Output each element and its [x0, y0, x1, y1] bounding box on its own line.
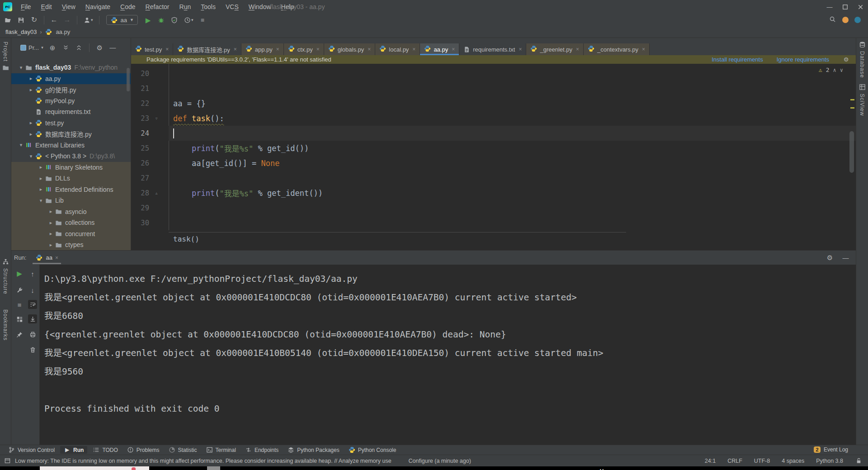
tree-item-g的使用.py[interactable]: ▸g的使用.py	[11, 84, 131, 95]
code-line-20[interactable]: 20	[131, 66, 856, 81]
code-line-29[interactable]: 29	[131, 200, 856, 215]
locate-button[interactable]: ⊕	[49, 44, 57, 52]
debug-button[interactable]	[157, 16, 165, 24]
update-notification-icon[interactable]	[842, 17, 849, 23]
warning-stripe-mark[interactable]	[850, 99, 854, 100]
tool-window-button-terminal[interactable]: Terminal	[203, 446, 240, 454]
breadcrumb-project[interactable]: flask_day03	[5, 28, 37, 35]
tool-window-button-problems[interactable]: Problems	[123, 446, 163, 454]
open-button[interactable]	[4, 16, 12, 24]
tree-item-requirements.txt[interactable]: requirements.txt	[11, 106, 131, 118]
close-icon[interactable]: ×	[368, 46, 371, 52]
up-stack-trace-button[interactable]: ↑	[28, 269, 37, 278]
fold-close-icon[interactable]: ▵	[149, 190, 164, 196]
menu-edit[interactable]: Edit	[36, 0, 57, 14]
modify-run-config-button[interactable]	[15, 285, 24, 294]
run-settings-icon[interactable]: ⚙	[826, 254, 834, 261]
menu-file[interactable]: File	[16, 0, 36, 14]
tree-item-数据库连接池.py[interactable]: ▸数据库连接池.py	[11, 128, 131, 140]
close-icon[interactable]: ×	[412, 46, 415, 52]
code-line-21[interactable]: 21	[131, 81, 856, 96]
expand-all-button[interactable]	[62, 44, 70, 52]
close-icon[interactable]: ×	[519, 46, 522, 52]
search-everywhere-button[interactable]	[829, 15, 836, 24]
next-warning-icon[interactable]: ∨	[840, 67, 843, 73]
hide-panel-button[interactable]: —	[109, 44, 117, 52]
tree-item-< Python 3.8 >[interactable]: ▾< Python 3.8 >D:\py3.8\	[11, 151, 131, 162]
code-line-26[interactable]: 26 aa[get_id()] = None	[131, 156, 856, 171]
project-scrollbar[interactable]	[127, 68, 130, 91]
configure-link[interactable]: Configure (a minute ago)	[409, 458, 471, 464]
stop-process-button[interactable]: ■	[15, 300, 24, 309]
close-icon[interactable]: ×	[234, 46, 237, 52]
down-stack-trace-button[interactable]: ↓	[28, 285, 37, 294]
indent-indicator[interactable]: 4 spaces	[782, 458, 804, 464]
collapse-all-button[interactable]	[75, 44, 83, 52]
ignore-requirements-link[interactable]: Ignore requirements	[777, 56, 829, 63]
tree-item-test.py[interactable]: ▸test.py	[11, 118, 131, 129]
tool-window-button-todo[interactable]: TODO	[89, 446, 121, 454]
rerun-button[interactable]: ▶	[15, 269, 24, 278]
tool-button-database[interactable]: Database	[856, 41, 868, 78]
maximize-button[interactable]	[837, 0, 853, 14]
breadcrumb-file[interactable]: aa.py	[56, 28, 70, 35]
tool-button-project[interactable]: Project	[0, 42, 11, 71]
code-line-23[interactable]: 23▿def task():	[131, 111, 856, 126]
toolwindow-toggle-icon[interactable]	[4, 457, 11, 465]
tree-item-ctypes[interactable]: ▸ctypes	[11, 239, 131, 250]
tree-item-collections[interactable]: ▸collections	[11, 217, 131, 228]
install-requirements-link[interactable]: Install requirements	[712, 56, 763, 63]
previous-warning-icon[interactable]: ∧	[833, 67, 836, 73]
tool-window-button-statistic[interactable]: Statistic	[165, 446, 201, 454]
menu-tools[interactable]: Tools	[196, 0, 221, 14]
sync-button[interactable]: ↻	[30, 16, 38, 24]
event-log-button[interactable]: 2 Event Log	[814, 445, 848, 455]
chevron-right-icon[interactable]: ▸	[27, 120, 35, 126]
tree-item-External Libraries[interactable]: ▾External Libraries	[11, 140, 131, 151]
close-icon[interactable]: ×	[165, 46, 169, 52]
tree-item-flask_day03[interactable]: ▾flask_day03F:\venv_python	[11, 62, 131, 73]
chevron-right-icon[interactable]: ▸	[47, 209, 55, 214]
editor-tab-_contextvars.py[interactable]: _contextvars.py×	[584, 43, 650, 55]
chevron-right-icon[interactable]: ▸	[27, 87, 35, 93]
tree-item-concurrent[interactable]: ▸concurrent	[11, 228, 131, 240]
code-line-30[interactable]: 30	[131, 215, 856, 230]
menu-code[interactable]: Code	[115, 0, 140, 14]
tool-button-sciview[interactable]: SciView	[856, 83, 868, 116]
tool-button-bookmarks[interactable]: Bookmarks	[0, 309, 11, 341]
editor-tab-app.py[interactable]: app.py×	[241, 43, 284, 55]
editor-tab-数据库连接池.py[interactable]: 数据库连接池.py×	[173, 43, 241, 55]
tree-item-myPool.py[interactable]: myPool.py	[11, 95, 131, 107]
run-console-output[interactable]: D:\py3.8\python.exe F:/venv_pythonProjec…	[40, 265, 856, 445]
tree-item-Extended Definitions[interactable]: ▸Extended Definitions	[11, 184, 131, 195]
editor-tab-local.py[interactable]: local.py×	[375, 43, 420, 55]
chevron-right-icon[interactable]: ▸	[47, 231, 55, 237]
pin-tab-button[interactable]	[15, 330, 24, 339]
profiler-button[interactable]: ▾	[184, 16, 193, 24]
code-line-27[interactable]: 27	[131, 171, 856, 185]
code-editor[interactable]: 202122aa = {}23▿def task():2425 print("我…	[131, 64, 856, 250]
tool-window-button-python-packages[interactable]: Python Packages	[284, 446, 343, 454]
menu-vcs[interactable]: VCS	[221, 0, 244, 14]
tree-item-Binary Skeletons[interactable]: ▸Binary Skeletons	[11, 162, 131, 173]
line-ending-indicator[interactable]: CRLF	[727, 458, 742, 464]
code-line-25[interactable]: 25 print("我是%s" % get_id())	[131, 141, 856, 156]
save-button[interactable]	[17, 16, 25, 24]
run-tab[interactable]: aa ×	[31, 251, 62, 265]
scroll-to-end-button[interactable]	[28, 314, 37, 323]
code-with-me-button[interactable]: ▾	[83, 16, 93, 24]
soft-wrap-button[interactable]	[28, 300, 37, 309]
chevron-right-icon[interactable]: ▸	[37, 186, 45, 192]
chevron-down-icon[interactable]: ▾	[17, 65, 25, 71]
encoding-indicator[interactable]: UTF-8	[754, 458, 770, 464]
chevron-down-icon[interactable]: ▾	[17, 142, 25, 148]
project-view-select[interactable]: Pr... ▾	[20, 44, 43, 51]
tool-window-button-version-control[interactable]: Version Control	[5, 446, 58, 454]
menu-view[interactable]: View	[57, 0, 80, 14]
tree-item-Lib[interactable]: ▾Lib	[11, 195, 131, 206]
chevron-right-icon[interactable]: ▸	[27, 76, 35, 81]
editor-tab-test.py[interactable]: test.py×	[131, 43, 173, 55]
editor-tab-requirements.txt[interactable]: requirements.txt×	[459, 43, 526, 55]
chevron-right-icon[interactable]: ▸	[37, 176, 45, 181]
clear-console-button[interactable]	[28, 345, 37, 354]
